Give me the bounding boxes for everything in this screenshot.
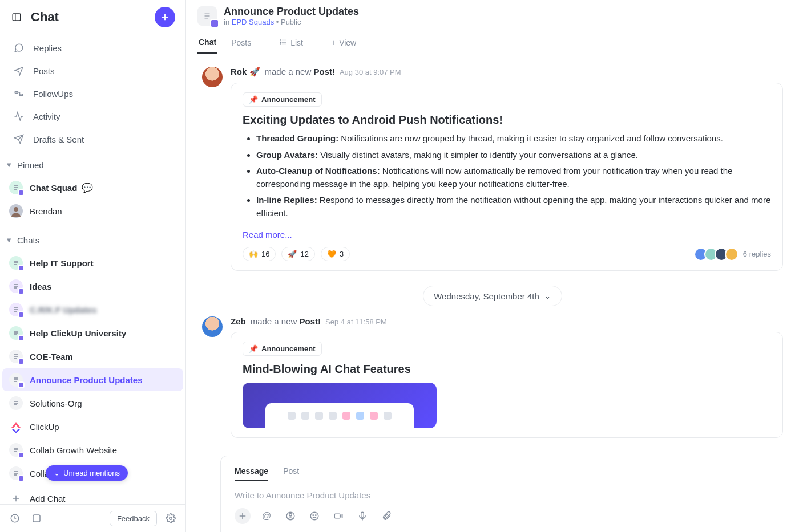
nav-label: Activity — [33, 112, 60, 121]
chat-item-blurred[interactable]: C.R/K.F Updates — [2, 298, 183, 321]
list-icon — [279, 38, 287, 48]
date-pill[interactable]: Wednesday, September 4th ⌄ — [423, 286, 562, 306]
pin-icon: 📌 — [249, 95, 258, 104]
post-card[interactable]: 📌 Announcement Exciting Updates to Andro… — [231, 83, 783, 271]
add-chat-label: Add Chat — [30, 494, 66, 503]
post-author[interactable]: Rok 🚀 — [231, 67, 260, 77]
tabs: Chat Posts List + View — [197, 32, 788, 54]
divider — [265, 38, 265, 48]
chat-item-brendan[interactable]: Brendan — [2, 200, 183, 222]
chat-avatar — [9, 396, 23, 410]
svg-point-61 — [280, 39, 281, 40]
svg-marker-40 — [11, 422, 21, 428]
bullet: Auto-Cleanup of Notifications: Notificat… — [256, 165, 771, 190]
mic-icon[interactable] — [354, 508, 370, 524]
tab-list[interactable]: List — [278, 33, 304, 54]
composer-tab-post[interactable]: Post — [283, 462, 299, 481]
nav-posts[interactable]: Posts — [6, 59, 180, 82]
chat-item-help-cu[interactable]: Help ClickUp University — [2, 322, 183, 344]
nav-label: FollowUps — [33, 89, 73, 99]
posts-icon — [13, 64, 25, 77]
mention-icon[interactable]: @ — [259, 508, 275, 524]
chat-label: Collab Growth Website — [30, 445, 117, 455]
drafts-icon — [13, 133, 25, 145]
sidebar: Chat Replies Posts FollowUps Activity — [0, 0, 186, 532]
svg-rect-71 — [334, 514, 340, 518]
activity-icon — [13, 110, 25, 123]
reply-count: 6 replies — [743, 250, 771, 258]
clock-icon[interactable] — [7, 510, 23, 526]
composer-tab-message[interactable]: Message — [235, 462, 268, 481]
avatar[interactable] — [202, 316, 223, 337]
feedback-button[interactable]: Feedback — [110, 511, 157, 526]
chat-item-clickup[interactable]: ClickUp — [2, 415, 183, 438]
post-author[interactable]: Zeb — [231, 316, 246, 326]
help-icon[interactable] — [29, 510, 45, 526]
pinned-header[interactable]: ▾ Pinned — [0, 154, 185, 176]
chat-item-apu[interactable]: Announce Product Updates — [2, 368, 183, 391]
add-button[interactable] — [155, 7, 175, 27]
post-title: Mind-Blowing AI Chat Features — [243, 363, 771, 376]
chat-avatar — [9, 181, 23, 194]
chat-avatar — [9, 420, 23, 433]
chat-label: Chat Squad — [30, 183, 77, 193]
avatar[interactable] — [202, 67, 223, 87]
chat-label: Help IT Support — [30, 258, 94, 268]
replies-icon — [13, 42, 25, 54]
unread-mentions-pill[interactable]: ⌄ Unread mentions — [46, 465, 128, 481]
reply-info[interactable]: 6 replies — [697, 247, 771, 261]
chat-label: Brendan — [30, 206, 62, 216]
chat-avatar — [9, 256, 23, 270]
add-chat-item[interactable]: Add Chat — [2, 487, 183, 504]
announcement-chip: 📌 Announcement — [243, 342, 322, 356]
pin-icon: 📌 — [249, 344, 258, 353]
attach-plus-icon[interactable] — [235, 508, 251, 524]
read-more-link[interactable]: Read more... — [243, 230, 292, 239]
chat-item-solutions[interactable]: Solutions-Org — [2, 392, 183, 415]
chat-avatar — [9, 373, 23, 387]
channel-icon — [197, 6, 217, 26]
chat-avatar — [9, 326, 23, 340]
chevron-down-icon: ⌄ — [54, 469, 60, 477]
chat-item-ideas[interactable]: Ideas — [2, 275, 183, 298]
nav-activity[interactable]: Activity — [6, 105, 180, 128]
tab-chat[interactable]: Chat — [197, 32, 217, 54]
panel-toggle-icon[interactable] — [10, 11, 23, 23]
chat-avatar — [9, 443, 23, 457]
video-icon[interactable] — [330, 508, 346, 524]
chat-item-chat-squad[interactable]: Chat Squad 💬 — [2, 176, 183, 199]
chat-avatar — [9, 303, 23, 316]
reaction[interactable]: 🚀12 — [281, 247, 314, 261]
svg-point-54 — [170, 517, 172, 520]
plus-icon — [9, 492, 23, 504]
badge — [18, 189, 25, 196]
chat-bubble-icon: 💬 — [82, 182, 93, 193]
main-panel: Announce Product Updates in EPD Squads •… — [186, 0, 799, 532]
reaction[interactable]: 🙌16 — [243, 247, 276, 261]
sidebar-title: Chat — [31, 10, 155, 25]
unread-label: Unread mentions — [63, 469, 120, 477]
chat-item-coe[interactable]: COE-Team — [2, 345, 183, 368]
chat-avatar — [9, 204, 23, 218]
nav-replies[interactable]: Replies — [6, 36, 180, 59]
chat-item-help-it[interactable]: Help IT Support — [2, 251, 183, 274]
channel-title: Announce Product Updates — [224, 6, 359, 18]
reaction[interactable]: 🧡3 — [321, 247, 350, 261]
nav-drafts[interactable]: Drafts & Sent — [6, 128, 180, 151]
ai-icon[interactable] — [283, 508, 298, 524]
nav-followups[interactable]: FollowUps — [6, 82, 180, 105]
emoji-icon[interactable] — [306, 508, 322, 524]
tab-view[interactable]: + View — [330, 33, 357, 53]
bullet: Group Avatars: Visually distinct avatars… — [256, 149, 771, 162]
chat-item-collab-growth[interactable]: Collab Growth Website — [2, 438, 183, 461]
tab-posts[interactable]: Posts — [230, 33, 252, 53]
section-label: Pinned — [17, 160, 44, 170]
breadcrumb-link[interactable]: EPD Squads — [232, 18, 274, 26]
paperclip-icon[interactable] — [378, 508, 394, 524]
badge — [18, 381, 25, 388]
chats-header[interactable]: ▾ Chats — [0, 229, 185, 251]
svg-rect-53 — [33, 515, 40, 522]
post-card[interactable]: 📌 Announcement Mind-Blowing AI Chat Feat… — [231, 332, 783, 438]
gear-icon[interactable] — [163, 510, 179, 526]
composer-input[interactable]: Write to Announce Product Updates — [235, 481, 785, 503]
